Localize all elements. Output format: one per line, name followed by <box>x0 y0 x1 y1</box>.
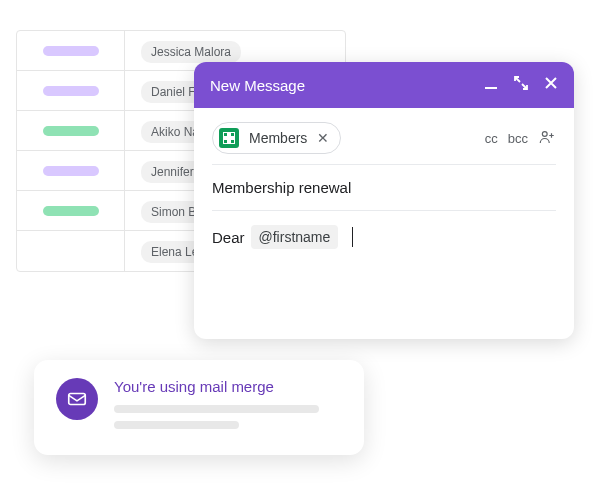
compose-title: New Message <box>210 77 305 94</box>
status-pill <box>43 86 99 96</box>
status-cell <box>17 191 125 230</box>
svg-point-1 <box>542 131 547 136</box>
body-text: Dear <box>212 229 245 246</box>
compose-header: New Message <box>194 62 574 108</box>
toast-title: You're using mail merge <box>114 378 342 395</box>
skeleton-line <box>114 405 319 413</box>
message-body[interactable]: Dear @firstname <box>194 211 574 339</box>
recipient-chip[interactable]: Members ✕ <box>212 122 341 154</box>
mail-merge-toast: You're using mail merge <box>34 360 364 455</box>
status-pill <box>43 126 99 136</box>
subject-input[interactable]: Membership renewal <box>194 165 574 210</box>
status-cell <box>17 231 125 271</box>
compose-window-controls <box>484 76 558 94</box>
recipients-row: Members ✕ cc bcc <box>194 108 574 164</box>
bcc-button[interactable]: bcc <box>508 131 528 146</box>
status-cell <box>17 111 125 150</box>
status-pill <box>43 46 99 56</box>
status-pill <box>43 206 99 216</box>
add-recipient-icon[interactable] <box>538 128 556 149</box>
remove-recipient-icon[interactable]: ✕ <box>317 130 329 146</box>
name-cell: Jessica Malora <box>125 42 241 60</box>
status-cell <box>17 71 125 110</box>
close-icon[interactable] <box>544 76 558 94</box>
mail-merge-icon <box>56 378 98 420</box>
sheets-icon <box>219 128 239 148</box>
status-cell <box>17 31 125 70</box>
compose-window: New Message Members ✕ cc bcc Membership … <box>194 62 574 339</box>
status-cell <box>17 151 125 190</box>
toast-body: You're using mail merge <box>114 378 342 437</box>
text-cursor <box>352 227 353 247</box>
status-pill <box>43 166 99 176</box>
minimize-icon[interactable] <box>484 76 498 94</box>
recipient-label: Members <box>249 130 307 146</box>
merge-variable[interactable]: @firstname <box>251 225 339 249</box>
svg-rect-2 <box>69 394 86 405</box>
cc-button[interactable]: cc <box>485 131 498 146</box>
expand-icon[interactable] <box>514 76 528 94</box>
skeleton-line <box>114 421 239 429</box>
recipient-extras: cc bcc <box>485 128 556 149</box>
contact-name: Jessica Malora <box>141 41 241 63</box>
